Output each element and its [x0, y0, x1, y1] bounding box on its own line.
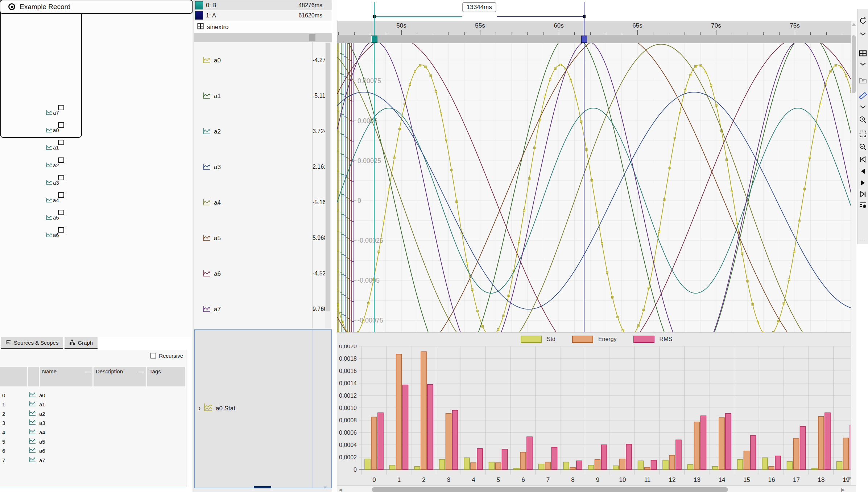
sync-icon[interactable]: [859, 16, 867, 25]
signal-row-a4[interactable]: a4 -5.168: [194, 184, 332, 220]
scrollbar-thumb[interactable]: [372, 487, 728, 492]
signal-row-a3[interactable]: a3 2.161: [194, 149, 332, 184]
major-tick: [401, 30, 402, 35]
step-forward-icon[interactable]: [859, 179, 867, 187]
middle-horizontal-scrollbar[interactable]: [194, 33, 332, 42]
wave-vertical-scrollbar[interactable]: [851, 21, 856, 485]
major-tick: [637, 30, 638, 35]
skip-start-icon[interactable]: [859, 155, 867, 164]
time-ruler[interactable]: 50s55s60s65s70s75s: [337, 21, 856, 35]
time-tick-label: 75s: [790, 22, 799, 29]
signal-row-a7[interactable]: a7 9.760: [194, 291, 332, 327]
chevron-down-icon[interactable]: [859, 103, 867, 111]
column-header-tags[interactable]: Tags: [147, 367, 185, 386]
folder-upload-icon[interactable]: [859, 76, 867, 85]
zoom-in-icon[interactable]: [859, 115, 867, 124]
recursive-checkbox[interactable]: [150, 353, 156, 358]
expand-arrow-icon[interactable]: ›: [198, 403, 201, 414]
table-row[interactable]: 1 a1: [0, 400, 185, 409]
scrollbar-thumb[interactable]: [326, 43, 330, 311]
scrollbar-thumb[interactable]: [309, 34, 315, 41]
divider-gap: [332, 0, 337, 492]
time-tick-label: 50s: [396, 22, 406, 29]
table-row[interactable]: 4 a4: [0, 427, 185, 437]
cursor-b-handle[interactable]: [371, 36, 377, 43]
tab-sources-scopes[interactable]: Sources & Scopes: [1, 337, 63, 349]
minor-tick: [338, 32, 339, 35]
view-settings-icon[interactable]: [859, 201, 867, 209]
time-tick-label: 70s: [711, 22, 721, 29]
scroll-right-icon[interactable]: ▶: [841, 487, 845, 492]
table-row[interactable]: 2 a2: [0, 409, 185, 418]
measure-value-flag[interactable]: 13344ms: [462, 2, 496, 12]
table-row[interactable]: 3 a3: [0, 418, 185, 428]
svg-text:2: 2: [422, 476, 425, 483]
chevron-down-icon[interactable]: [859, 30, 867, 38]
svg-text:14: 14: [719, 476, 726, 483]
svg-text:0,0016: 0,0016: [339, 368, 357, 374]
signal-row-a2[interactable]: a2 3.724: [194, 113, 332, 149]
time-tick-label: 55s: [475, 22, 485, 29]
bottom-strip: [194, 488, 332, 492]
tab-graph[interactable]: Graph: [65, 337, 98, 349]
signal-name: a6: [214, 270, 221, 278]
cursor-color-swatch: [195, 1, 203, 9]
wave-horizontal-scrollbar[interactable]: ◀ ▶: [337, 485, 856, 492]
column-header-name[interactable]: Name—: [40, 367, 92, 386]
svg-text:0,0002: 0,0002: [339, 454, 357, 460]
signal-chart-icon: [28, 410, 39, 418]
ruler-icon[interactable]: [859, 91, 867, 100]
cursor-a-handle[interactable]: [581, 36, 587, 43]
legend-swatch: [521, 336, 542, 343]
waveform-plot[interactable]: 0.000750.00050.000250-0.00025-0.0005-0.0…: [337, 43, 856, 332]
stat-chart-icon: [203, 403, 213, 414]
row-index: 7: [0, 457, 28, 463]
stat-item-a0[interactable]: › a0 Stat: [198, 403, 235, 414]
example-record-node[interactable]: Example Record: [0, 0, 82, 138]
cursor-readout-0B[interactable]: 0: B 48276ms: [194, 0, 332, 10]
grid-view-icon[interactable]: [859, 49, 867, 58]
cursor-handle-track[interactable]: [337, 35, 856, 43]
signal-chart-icon: [28, 401, 39, 408]
table-row[interactable]: 6 a6: [0, 446, 185, 456]
record-node-titlebar[interactable]: Example Record: [0, 0, 193, 14]
column-header-blank: [28, 367, 39, 386]
table-row[interactable]: 5 a5: [0, 437, 185, 446]
zoom-out-icon[interactable]: [859, 143, 867, 151]
stat-bar-chart[interactable]: 0,00200,00180,00160,00140,00120,00100,00…: [337, 345, 856, 487]
column-header-description[interactable]: Description—: [94, 367, 146, 386]
svg-text:18: 18: [818, 476, 825, 483]
minor-tick: [653, 32, 653, 35]
scroll-left-icon[interactable]: ◀: [339, 487, 342, 492]
source-item-sinextro[interactable]: sinextro: [194, 21, 332, 33]
svg-text:10: 10: [619, 476, 626, 483]
svg-text:0,0010: 0,0010: [339, 405, 357, 411]
signal-row-a6[interactable]: a6 -4.521: [194, 255, 332, 291]
scroll-up-icon[interactable]: [852, 23, 856, 26]
measure-line-right: [497, 16, 584, 17]
cursor-readout-1A[interactable]: 1: A 61620ms: [194, 11, 332, 20]
fit-view-icon[interactable]: [859, 130, 867, 138]
recursive-option[interactable]: Recursive: [150, 353, 183, 359]
diagram-canvas[interactable]: Example Record a7 a0 a1 a2 a3 a4 a5 a6: [0, 0, 193, 337]
table-row[interactable]: 7 a7: [0, 455, 185, 465]
signal-row-a5[interactable]: a5 5.968: [194, 220, 332, 255]
grid-table-icon: [197, 23, 204, 31]
stat-panel[interactable]: › a0 Stat: [194, 329, 332, 488]
skip-end-icon[interactable]: [859, 190, 867, 198]
signal-chart-icon: [202, 306, 211, 314]
svg-text:3: 3: [447, 476, 450, 483]
middle-vertical-scrollbar[interactable]: [325, 42, 331, 328]
step-back-icon[interactable]: [859, 167, 867, 176]
scrollbar-thumb[interactable]: [852, 35, 856, 93]
table-row[interactable]: 0 a0: [0, 390, 185, 400]
chevron-down-icon[interactable]: [859, 60, 867, 69]
signal-row-a0[interactable]: a0 -4.276: [194, 42, 332, 78]
signal-row-a1[interactable]: a1 -5.115: [194, 78, 332, 113]
signal-chart-icon: [202, 128, 211, 136]
cursor-a-line[interactable]: [584, 2, 584, 332]
cursor-time-value: 48276ms: [298, 2, 332, 9]
cursor-b-line[interactable]: [374, 2, 375, 332]
waveform-viewer[interactable]: 13344ms 50s55s60s65s70s75s 0.000750.0005…: [337, 0, 856, 492]
row-name: a0: [39, 392, 45, 398]
